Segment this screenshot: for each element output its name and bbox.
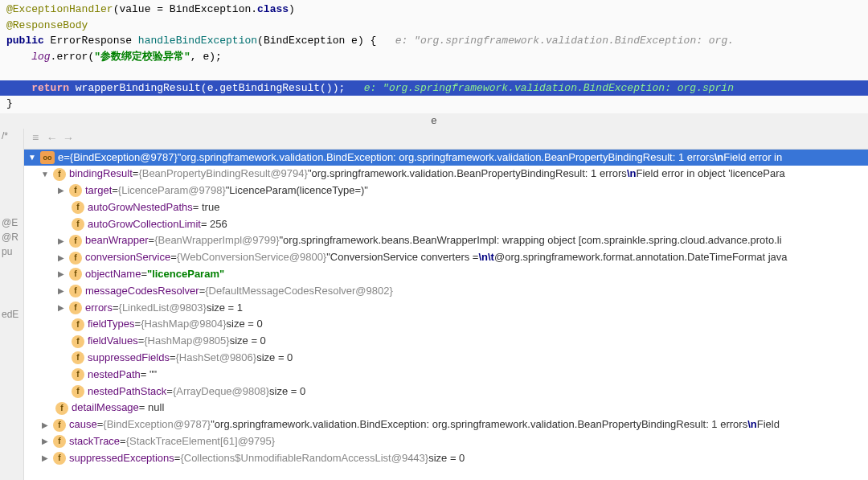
code-line-highlighted: return wrapperBindingResult(e.getBinding…	[0, 80, 868, 96]
var-nestedPath[interactable]: f nestedPath = ""	[24, 367, 868, 384]
field-icon: f	[53, 419, 66, 432]
gutter-text: @R	[0, 230, 23, 244]
variables-panel: ≡ ← → ▼ oo e = {BindException@9787} "org…	[24, 129, 868, 481]
expand-icon[interactable]: ▶	[40, 419, 50, 432]
debugger-toolbar: ≡ ← →	[24, 129, 868, 150]
var-errors[interactable]: ▶ f errors = {LinkedList@9803} size = 1	[24, 300, 868, 317]
field-icon: f	[53, 452, 66, 465]
inlay-hint: e: "org.springframework.validation.BindE…	[395, 35, 734, 47]
field-icon: f	[72, 385, 84, 398]
var-fieldTypes[interactable]: f fieldTypes = {HashMap@9804} size = 0	[24, 316, 868, 333]
var-bindingResult[interactable]: ▼ f bindingResult = {BeanPropertyBinding…	[24, 166, 868, 183]
collapse-icon[interactable]: ▼	[40, 168, 50, 181]
var-nestedPathStack[interactable]: f nestedPathStack = {ArrayDeque@9808} si…	[24, 384, 868, 400]
code-line-2: @ResponseBody	[6, 18, 862, 34]
expand-icon[interactable]: ▶	[56, 252, 66, 265]
gutter-text: /*	[0, 129, 23, 143]
variables-tree[interactable]: ▼ oo e = {BindException@9787} "org.sprin…	[24, 150, 868, 467]
object-icon: oo	[40, 151, 55, 164]
var-conversionService[interactable]: ▶ f conversionService = {WebConversionSe…	[24, 249, 868, 266]
expand-icon[interactable]: ▶	[56, 184, 66, 197]
field-icon: f	[72, 351, 84, 364]
field-icon: f	[69, 184, 82, 197]
field-icon: f	[69, 285, 82, 297]
field-icon: f	[72, 218, 84, 231]
code-line-1: @ExceptionHandler(value = BindException.…	[6, 2, 862, 18]
var-cause[interactable]: ▶ f cause = {BindException@9787} "org.sp…	[24, 416, 868, 433]
collapse-icon[interactable]: ▼	[27, 151, 37, 164]
code-line-3: public ErrorResponse handleBindException…	[6, 33, 862, 49]
filter-icon[interactable]: ≡	[32, 132, 39, 145]
expand-icon[interactable]: ▶	[56, 235, 66, 248]
var-messageCodesResolver[interactable]: ▶ f messageCodesResolver = {DefaultMessa…	[24, 283, 868, 300]
var-stackTrace[interactable]: ▶ f stackTrace = {StackTraceElement[61]@…	[24, 433, 868, 450]
back-icon[interactable]: ←	[48, 132, 55, 145]
forward-icon[interactable]: →	[65, 132, 72, 145]
expand-icon[interactable]: ▶	[56, 268, 66, 281]
expand-icon[interactable]: ▶	[40, 452, 50, 465]
var-objectName[interactable]: ▶ f objectName = "licenceParam"	[24, 266, 868, 283]
gutter-text: @E	[0, 215, 23, 230]
field-icon: f	[69, 302, 82, 314]
field-icon: f	[69, 235, 82, 248]
var-root-e[interactable]: ▼ oo e = {BindException@9787} "org.sprin…	[24, 150, 868, 166]
field-icon: f	[55, 402, 68, 415]
debugger-panel: /* @E @R pu edE ≡ ← → ▼ oo e = {BindExce…	[0, 129, 868, 481]
editor-gutter: /* @E @R pu edE	[0, 129, 24, 481]
field-icon: f	[72, 201, 84, 214]
code-editor[interactable]: @ExceptionHandler(value = BindException.…	[0, 0, 868, 113]
gutter-text: pu	[0, 244, 23, 259]
expand-icon[interactable]: ▶	[56, 302, 66, 314]
var-fieldValues[interactable]: f fieldValues = {HashMap@9805} size = 0	[24, 333, 868, 350]
field-icon: f	[53, 435, 66, 448]
code-line-5	[6, 64, 862, 80]
field-icon: f	[69, 268, 82, 281]
field-icon: f	[72, 318, 84, 331]
var-beanWrapper[interactable]: ▶ f beanWrapper = {BeanWrapperImpl@9799}…	[24, 232, 868, 249]
var-suppressedExceptions[interactable]: ▶ f suppressedExceptions = {Collections$…	[24, 450, 868, 467]
expand-icon[interactable]: ▶	[56, 285, 66, 297]
var-autoGrowNestedPaths[interactable]: f autoGrowNestedPaths = true	[24, 199, 868, 216]
expand-icon[interactable]: ▶	[40, 435, 50, 448]
var-detailMessage[interactable]: f detailMessage = null	[24, 400, 868, 416]
inlay-hint: e: "org.springframework.validation.BindE…	[364, 82, 734, 94]
gutter-text: edE	[0, 307, 23, 322]
field-icon: f	[53, 168, 66, 181]
field-icon: f	[72, 335, 84, 348]
code-line-7: }	[6, 96, 862, 112]
var-suppressedFields[interactable]: f suppressedFields = {HashSet@9806} size…	[24, 350, 868, 367]
var-target[interactable]: ▶ f target = {LicenceParam@9798} "Licenc…	[24, 183, 868, 199]
code-line-4: log.error("参数绑定校验异常", e);	[6, 49, 862, 65]
var-autoGrowCollectionLimit[interactable]: f autoGrowCollectionLimit = 256	[24, 216, 868, 233]
field-icon: f	[72, 368, 84, 381]
variable-tooltip-label: e	[0, 113, 868, 129]
field-icon: f	[69, 252, 82, 265]
